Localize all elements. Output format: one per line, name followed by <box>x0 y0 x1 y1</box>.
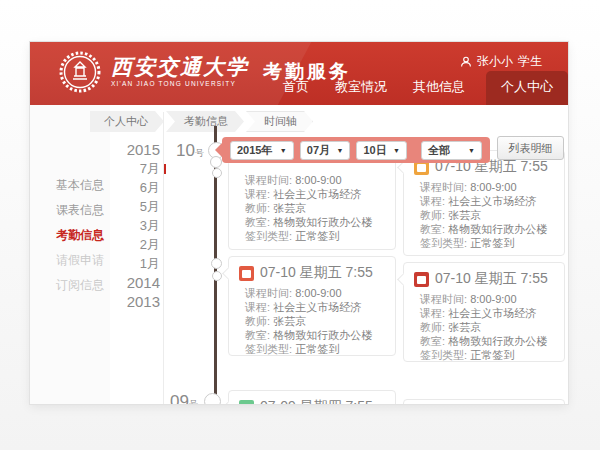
timeline-node-dot <box>211 258 222 269</box>
attendance-card-partial <box>403 399 565 404</box>
timeline-month-mar[interactable]: 3月 <box>70 216 160 235</box>
timeline-node-dot <box>210 156 222 168</box>
university-logo-icon <box>58 50 102 94</box>
timeline-year-2015[interactable]: 2015 <box>70 140 160 159</box>
person-icon <box>460 56 472 68</box>
timeline-month-jan[interactable]: 1月 <box>70 254 160 273</box>
nav-tab-classrooms[interactable]: 教室情况 <box>322 78 400 105</box>
day-dropdown-value: 10日 <box>363 143 386 158</box>
field-value: 社会主义市场经济 <box>448 307 536 319</box>
calendar-orange-icon <box>239 266 254 281</box>
field-value: 格物致知行政办公楼 <box>448 223 547 235</box>
type-dropdown[interactable]: 全部▼ <box>421 141 482 160</box>
field-value: 8:00-9:00 <box>295 174 341 186</box>
day-suffix: 号 <box>195 148 204 158</box>
card-title: 07-10 星期五 7:55 <box>260 264 373 282</box>
nav-tab-personal-center[interactable]: 个人中心 <box>486 71 568 105</box>
timeline-month-jul[interactable]: 7月 <box>70 159 160 178</box>
field-label: 课程: <box>245 188 270 200</box>
field-value: 正常签到 <box>295 230 339 242</box>
attendance-card: 07-10 星期五 7:55 课程时间: 8:00-9:00 课程: 社会主义市… <box>403 150 565 256</box>
field-value: 社会主义市场经济 <box>448 195 536 207</box>
card-title: 07-09 星期四 7:55 <box>260 398 373 404</box>
timeline-year-month-list: 2015 7月 6月 5月 3月 2月 1月 2014 2013 <box>70 140 160 311</box>
day-suffix: 号 <box>189 399 198 404</box>
timeline-year-2014[interactable]: 2014 <box>70 273 160 292</box>
type-dropdown-value: 全部 <box>428 143 450 158</box>
breadcrumb-timeline[interactable]: 时间轴 <box>246 111 313 132</box>
field-value: 8:00-9:00 <box>295 287 341 299</box>
card-header: 07-10 星期五 7:55 <box>229 257 395 286</box>
calendar-green-icon <box>239 400 254 405</box>
timeline-month-feb[interactable]: 2月 <box>70 235 160 254</box>
nav-tab-home[interactable]: 首页 <box>270 78 322 105</box>
field-label: 课程: <box>420 195 445 207</box>
field-label: 课程时间: <box>245 287 292 299</box>
chevron-down-icon: ▼ <box>280 147 287 154</box>
field-label: 教室: <box>245 329 270 341</box>
university-name-en: XI'AN JIAO TONG UNIVERSITY <box>111 81 249 88</box>
field-value: 8:00-9:00 <box>470 181 516 193</box>
field-value: 格物致知行政办公楼 <box>273 216 372 228</box>
user-role: 学生 <box>518 53 542 70</box>
app-header: 西安交通大学 XI'AN JIAO TONG UNIVERSITY 考勤服务 张… <box>30 42 568 105</box>
university-name-block: 西安交通大学 XI'AN JIAO TONG UNIVERSITY <box>111 56 249 88</box>
card-title: 07-10 星期五 7:55 <box>435 270 548 288</box>
page: 西安交通大学 XI'AN JIAO TONG UNIVERSITY 考勤服务 张… <box>0 0 600 450</box>
field-value: 张芸京 <box>273 202 306 214</box>
field-label: 课程时间: <box>420 181 467 193</box>
field-label: 教师: <box>245 202 270 214</box>
breadcrumb: 个人中心 考勤信息 时间轴 <box>90 111 315 132</box>
card-header: 07-10 星期五 7:55 <box>404 263 564 292</box>
timeline-month-jun[interactable]: 6月 <box>70 178 160 197</box>
calendar-red-icon <box>414 272 429 287</box>
field-value: 正常签到 <box>295 343 339 355</box>
day-marker-09: 09号 <box>156 392 198 404</box>
card-fields: 课程时间: 8:00-9:00 课程: 社会主义市场经济 教师: 张芸京 教室:… <box>404 180 564 250</box>
timeline-node-dot <box>212 168 222 178</box>
field-label: 教室: <box>420 335 445 347</box>
attendance-app-window: 西安交通大学 XI'AN JIAO TONG UNIVERSITY 考勤服务 张… <box>30 42 568 404</box>
field-label: 教师: <box>420 209 445 221</box>
month-dropdown[interactable]: 07月▼ <box>300 141 351 160</box>
card-header: 07-09 星期四 7:55 <box>229 391 395 404</box>
field-value: 社会主义市场经济 <box>273 301 361 313</box>
attendance-card-partial: 07-09 星期四 7:55 <box>228 390 396 404</box>
main-nav: 首页 教室情况 其他信息 个人中心 <box>270 71 568 105</box>
year-dropdown[interactable]: 2015年▼ <box>230 141 294 160</box>
timeline-month-label: 7月 <box>140 161 160 176</box>
card-fields: 课程时间: 8:00-9:00 课程: 社会主义市场经济 教师: 张芸京 教室:… <box>229 286 395 356</box>
breadcrumb-attendance-info[interactable]: 考勤信息 <box>166 111 244 132</box>
timeline-month-may[interactable]: 5月 <box>70 197 160 216</box>
field-label: 课程: <box>245 301 270 313</box>
university-name-cn: 西安交通大学 <box>111 56 249 77</box>
field-value: 张芸京 <box>448 209 481 221</box>
field-label: 教室: <box>420 223 445 235</box>
day-number: 10 <box>176 141 195 160</box>
field-label: 教室: <box>245 216 270 228</box>
field-value: 格物致知行政办公楼 <box>448 335 547 347</box>
chevron-down-icon: ▼ <box>468 147 475 154</box>
field-label: 签到类型: <box>420 237 467 249</box>
filter-bar: 2015年▼ 07月▼ 10日▼ 全部▼ <box>222 137 490 163</box>
nav-tab-other-info[interactable]: 其他信息 <box>400 78 478 105</box>
day-dropdown[interactable]: 10日▼ <box>356 141 407 160</box>
field-label: 签到类型: <box>245 343 292 355</box>
field-label: 课程: <box>420 307 445 319</box>
timeline-year-2013[interactable]: 2013 <box>70 292 160 311</box>
card-fields: 课程时间: 8:00-9:00 课程: 社会主义市场经济 教师: 张芸京 教室:… <box>404 292 564 362</box>
user-info[interactable]: 张小小 学生 <box>460 53 542 70</box>
breadcrumb-personal-center[interactable]: 个人中心 <box>90 111 164 132</box>
field-value: 张芸京 <box>448 321 481 333</box>
field-label: 签到类型: <box>420 349 467 361</box>
field-label: 课程时间: <box>420 293 467 305</box>
field-label: 签到类型: <box>245 230 292 242</box>
field-value: 格物致知行政办公楼 <box>273 329 372 341</box>
field-label: 教师: <box>420 321 445 333</box>
chevron-down-icon: ▼ <box>393 147 400 154</box>
timeline-node-dot <box>204 393 221 404</box>
list-detail-button[interactable]: 列表明细 <box>497 136 564 160</box>
field-value: 张芸京 <box>273 315 306 327</box>
timeline-node-dot <box>212 271 222 281</box>
field-label: 课程时间: <box>245 174 292 186</box>
